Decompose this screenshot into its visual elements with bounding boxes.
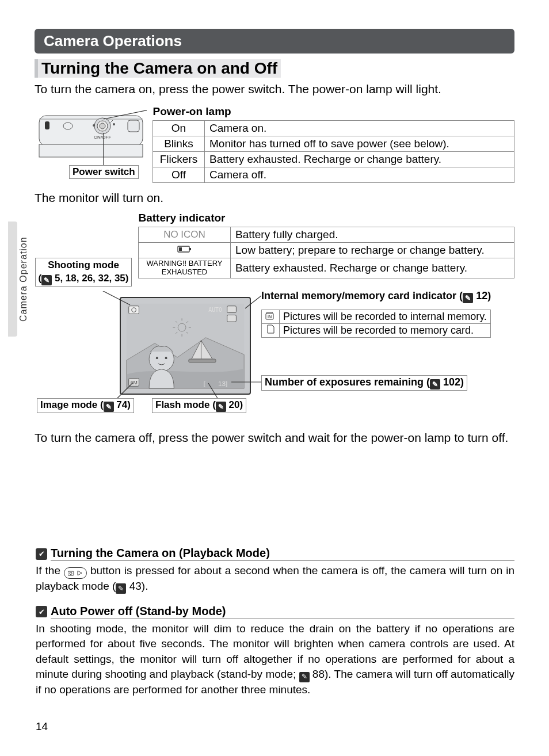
svg-text:IN: IN bbox=[268, 315, 272, 319]
note-playback-header: ✔ Turning the Camera on (Playback Mode) bbox=[36, 547, 514, 561]
svg-point-10 bbox=[113, 123, 115, 125]
svg-point-7 bbox=[100, 123, 105, 129]
cell-battery-icon bbox=[139, 243, 231, 258]
cell: Camera off. bbox=[205, 167, 514, 183]
ref-icon: ✎ bbox=[41, 275, 52, 285]
shooting-mode-text: Shooting mode bbox=[48, 259, 119, 270]
note-icon: ✔ bbox=[36, 548, 47, 560]
ref-icon: ✎ bbox=[299, 672, 310, 682]
svg-text:ON/OFF: ON/OFF bbox=[94, 135, 111, 140]
cell: Camera on. bbox=[205, 121, 514, 136]
svg-text:6M: 6M bbox=[131, 380, 138, 386]
cell: Flickers bbox=[153, 152, 205, 167]
svg-point-49 bbox=[70, 572, 72, 575]
ref-icon: ✎ bbox=[104, 402, 114, 412]
cell: On bbox=[153, 121, 205, 136]
section-header: Camera Operations bbox=[35, 29, 514, 54]
page-subheader: Turning the Camera on and Off bbox=[35, 59, 281, 78]
svg-rect-17 bbox=[179, 247, 182, 251]
card-icon bbox=[262, 324, 280, 338]
svg-point-21 bbox=[156, 357, 158, 360]
cell: Off bbox=[153, 167, 205, 183]
mem-indicator-callout: Internal memory/memory card indicator (✎… bbox=[261, 290, 491, 303]
cell: Battery fully charged. bbox=[231, 227, 514, 243]
note-auto-title: Auto Power off (Stand-by Mode) bbox=[51, 605, 514, 619]
svg-rect-19 bbox=[189, 359, 216, 362]
svg-rect-16 bbox=[189, 248, 191, 250]
svg-point-8 bbox=[93, 124, 95, 127]
shooting-mode-refs: 5, 18, 26, 32, 35) bbox=[55, 273, 129, 284]
side-tab-bg bbox=[8, 222, 17, 337]
power-lamp-table: Power-on lamp OnCamera on. BlinksMonitor… bbox=[152, 105, 514, 183]
label-flash-mode: Flash mode (✎ 20) bbox=[152, 398, 246, 413]
flash-mode-label: Flash mode ( bbox=[155, 399, 216, 410]
power-lamp-header: Power-on lamp bbox=[153, 105, 514, 121]
t: If the bbox=[36, 564, 64, 576]
exposures-callout: Number of exposures remaining (✎ 102) bbox=[261, 375, 467, 391]
battery-table: Battery indicator NO ICON Battery fully … bbox=[138, 212, 514, 278]
note-icon: ✔ bbox=[36, 606, 47, 617]
svg-rect-32 bbox=[129, 306, 139, 314]
svg-point-22 bbox=[165, 357, 167, 360]
cell: Battery exhausted. Recharge or change ba… bbox=[231, 258, 514, 278]
cell: NO ICON bbox=[139, 227, 231, 243]
note-auto-header: ✔ Auto Power off (Stand-by Mode) bbox=[36, 605, 514, 619]
side-tab-text: Camera Operation bbox=[18, 222, 29, 337]
side-tab: Camera Operation bbox=[8, 222, 25, 337]
cell: Pictures will be recorded to internal me… bbox=[280, 310, 491, 324]
cell: Low battery; prepare to recharge or chan… bbox=[231, 243, 514, 258]
exp-page: 102) bbox=[443, 376, 464, 388]
svg-text:AUTO: AUTO bbox=[208, 307, 222, 313]
monitor-on-text: The monitor will turn on. bbox=[35, 191, 514, 205]
cell: Pictures will be recorded to memory card… bbox=[280, 324, 491, 338]
low-battery-icon bbox=[177, 245, 192, 253]
svg-rect-35 bbox=[227, 306, 237, 313]
t: button is pressed for about a second whe… bbox=[36, 564, 514, 592]
flash-mode-page: 20) bbox=[229, 399, 243, 410]
cell: Monitor has turned off to save power (se… bbox=[205, 136, 514, 152]
ref-icon: ✎ bbox=[216, 402, 226, 412]
ref-icon: ✎ bbox=[116, 583, 126, 594]
turn-off-text: To turn the camera off, press the power … bbox=[35, 430, 514, 446]
mem-table: IN Pictures will be recorded to internal… bbox=[261, 310, 491, 338]
svg-text:13]: 13] bbox=[218, 380, 227, 388]
cell: Blinks bbox=[153, 136, 205, 152]
camera-top-illustration: ON/OFF Power switch bbox=[35, 105, 147, 180]
internal-mem-icon: IN bbox=[262, 310, 280, 324]
camera-playback-button-icon bbox=[64, 567, 87, 579]
svg-rect-0 bbox=[39, 116, 143, 146]
t: 43). bbox=[129, 580, 148, 592]
page-number: 14 bbox=[36, 720, 48, 733]
svg-rect-1 bbox=[39, 144, 143, 157]
ref-icon: ✎ bbox=[430, 379, 440, 390]
svg-rect-3 bbox=[45, 121, 49, 129]
intro-text: To turn the camera on, press the power s… bbox=[35, 81, 514, 97]
note-auto-body: In shooting mode, the monitor will dim t… bbox=[36, 621, 514, 698]
battery-header: Battery indicator bbox=[139, 212, 514, 227]
image-mode-page: 74) bbox=[116, 399, 131, 410]
screen-diagram: AUTO 6M [ 13] Internal memory/memory car… bbox=[77, 291, 526, 409]
cell: WARNING!! BATTERY EXHAUSTED bbox=[139, 258, 231, 278]
lcd-screen: AUTO 6M [ 13] bbox=[120, 297, 251, 395]
label-shooting-mode: Shooting mode (✎ 5, 18, 26, 32, 35) bbox=[35, 258, 132, 287]
image-mode-label: Image mode ( bbox=[40, 399, 104, 410]
mem-label: Internal memory/memory card indicator ( bbox=[261, 290, 463, 301]
label-power-switch: Power switch bbox=[69, 165, 139, 179]
ref-icon: ✎ bbox=[463, 293, 473, 303]
svg-rect-36 bbox=[227, 315, 237, 322]
note-playback-body: If the button is pressed for about a sec… bbox=[36, 563, 514, 594]
cell: Battery exhausted. Recharge or change ba… bbox=[205, 152, 514, 167]
label-image-mode: Image mode (✎ 74) bbox=[37, 398, 134, 413]
exp-label: Number of exposures remaining ( bbox=[265, 376, 430, 388]
note-playback-title: Turning the Camera on (Playback Mode) bbox=[51, 547, 514, 561]
mem-page: 12) bbox=[476, 290, 491, 301]
svg-rect-11 bbox=[128, 120, 139, 132]
